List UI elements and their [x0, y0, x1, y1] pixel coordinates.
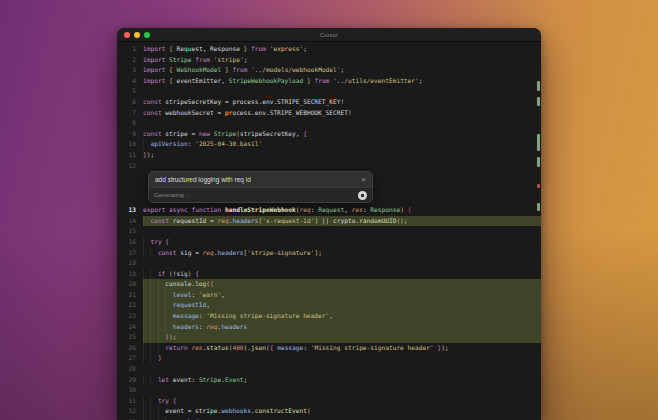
- indent-guide: [165, 290, 172, 301]
- line-number: 14: [117, 216, 143, 227]
- line-number: 1: [117, 44, 143, 55]
- code-line-3: 3import { WebhookModel } from '../models…: [117, 65, 541, 76]
- indent-guide: [143, 353, 150, 364]
- stop-icon: [361, 194, 364, 197]
- line-number: 28: [117, 364, 143, 375]
- line-number: 30: [117, 385, 143, 396]
- line-number: 25: [117, 332, 143, 343]
- overview-ruler-marker: [537, 97, 540, 106]
- line-number: 22: [117, 300, 143, 311]
- close-icon[interactable]: ×: [361, 176, 366, 184]
- code-line-content: }: [143, 353, 541, 364]
- code-line-content: export async function handleStripeWebhoo…: [143, 205, 541, 216]
- code-line-content: requestId,: [143, 300, 541, 311]
- code-line-9: 9const stripe = new Stripe(stripeSecretK…: [117, 129, 541, 140]
- code-line-content: [143, 161, 541, 172]
- overview-ruler[interactable]: [535, 42, 541, 420]
- code-line-8: 8: [117, 118, 541, 129]
- code-line-24: 24headers: req.headers: [117, 322, 541, 333]
- code-line-content: level: 'warn',: [143, 290, 541, 301]
- indent-guide: [143, 290, 150, 301]
- indent-guide: [150, 290, 157, 301]
- code-line-content: try {: [143, 237, 541, 248]
- code-line-content: let event: Stripe.Event;: [143, 375, 541, 386]
- inline-edit-popup: add structured logging with req id × Gen…: [148, 171, 373, 203]
- line-number: 12: [117, 161, 143, 172]
- code-line-content: console.log({: [143, 279, 541, 290]
- code-line-5: 5: [117, 86, 541, 97]
- indent-guide: [150, 343, 157, 354]
- code-line-content: [143, 118, 541, 129]
- line-number: 26: [117, 343, 143, 354]
- code-line-23: 23message: 'Missing stripe-signature hea…: [117, 311, 541, 322]
- indent-guide: [150, 406, 157, 417]
- indent-guide: [143, 332, 150, 343]
- indent-guide: [158, 290, 165, 301]
- code-line-content: [143, 258, 541, 269]
- indent-guide: [150, 279, 157, 290]
- indent-guide: [143, 322, 150, 333]
- indent-guide: [165, 311, 172, 322]
- code-line-19: 19if (!sig) {: [117, 269, 541, 280]
- line-number: 11: [117, 150, 143, 161]
- code-line-22: 22requestId,: [117, 300, 541, 311]
- indent-guide: [150, 311, 157, 322]
- code-line-27: 27}: [117, 353, 541, 364]
- code-line-29: 29let event: Stripe.Event;: [117, 375, 541, 386]
- code-line-15: 15: [117, 226, 541, 237]
- generating-dots: ...: [186, 192, 191, 198]
- line-number: 10: [117, 139, 143, 150]
- overview-ruler-marker: [537, 134, 540, 151]
- indent-guide: [165, 322, 172, 333]
- stop-generation-button[interactable]: [358, 191, 367, 200]
- code-line-content: try {: [143, 396, 541, 407]
- overview-ruler-marker: [537, 184, 540, 188]
- code-editor[interactable]: 1import { Request, Response } from 'expr…: [117, 42, 541, 419]
- line-number: 19: [117, 269, 143, 280]
- line-number: 4: [117, 76, 143, 87]
- code-line-11: 11});: [117, 150, 541, 161]
- indent-guide: [143, 406, 150, 417]
- line-number: 8: [117, 118, 143, 129]
- code-line-14: 14const requestId = req.headers['x-reque…: [117, 216, 541, 227]
- line-number: 23: [117, 311, 143, 322]
- code-block-bottom: 13export async function handleStripeWebh…: [117, 205, 541, 420]
- code-line-content: message: 'Missing stripe-signature heade…: [143, 311, 541, 322]
- code-line-16: 16try {: [117, 237, 541, 248]
- code-line-content: if (!sig) {: [143, 269, 541, 280]
- line-number: 16: [117, 237, 143, 248]
- code-line-content: import { Request, Response } from 'expre…: [143, 44, 541, 55]
- indent-guide: [150, 300, 157, 311]
- line-number: 7: [117, 108, 143, 119]
- code-line-21: 21level: 'warn',: [117, 290, 541, 301]
- line-number: 15: [117, 226, 143, 237]
- code-line-content: const stripe = new Stripe(stripeSecretKe…: [143, 129, 541, 140]
- indent-guide: [150, 396, 157, 407]
- overview-ruler-marker: [537, 203, 540, 211]
- line-number: 13: [117, 205, 143, 216]
- line-number: 6: [117, 97, 143, 108]
- indent-guide: [150, 269, 157, 280]
- code-line-18: 18: [117, 258, 541, 269]
- code-line-10: 10apiVersion: '2025-04-30.basil': [117, 139, 541, 150]
- code-line-content: [143, 364, 541, 375]
- indent-guide: [150, 332, 157, 343]
- line-number: 18: [117, 258, 143, 269]
- code-line-content: const requestId = req.headers['x-request…: [143, 216, 541, 227]
- code-line-4: 4import { eventEmitter, StripeWebhookPay…: [117, 76, 541, 87]
- line-number: 9: [117, 129, 143, 140]
- line-number: 17: [117, 248, 143, 259]
- code-line-30: 30: [117, 385, 541, 396]
- line-number: 2: [117, 55, 143, 66]
- generating-status: Generating: [154, 192, 184, 198]
- inline-edit-prompt-input[interactable]: add structured logging with req id: [155, 176, 251, 183]
- indent-guide: [143, 375, 150, 386]
- code-line-content: const webhookSecret = process.env.STRIPE…: [143, 108, 541, 119]
- code-line-content: import { WebhookModel } from '../models/…: [143, 65, 541, 76]
- indent-guide: [143, 248, 150, 259]
- indent-guide: [150, 248, 157, 259]
- code-line-content: [143, 86, 541, 97]
- indent-guide: [143, 279, 150, 290]
- code-line-content: const stripeSecretKey = process.env.STRI…: [143, 97, 541, 108]
- title-bar[interactable]: Cursor: [117, 28, 541, 42]
